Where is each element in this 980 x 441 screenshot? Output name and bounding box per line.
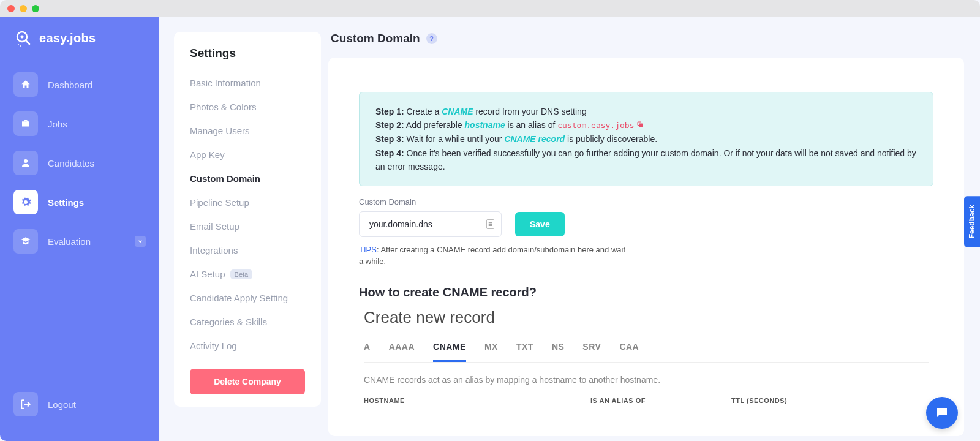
settings-item-label: Email Setup bbox=[190, 221, 239, 232]
settings-item-label: Photos & Colors bbox=[190, 102, 256, 112]
dns-tab-aaaa[interactable]: AAAA bbox=[389, 342, 415, 362]
settings-item-label: Pipeline Setup bbox=[190, 197, 249, 208]
svg-point-3 bbox=[18, 44, 19, 45]
settings-nav-card: Settings Basic InformationPhotos & Color… bbox=[174, 32, 321, 407]
howto-title: How to create CNAME record? bbox=[359, 285, 933, 300]
dns-description: CNAME records act as an alias by mapping… bbox=[364, 375, 929, 385]
window-maximize-icon[interactable] bbox=[32, 5, 39, 12]
save-button[interactable]: Save bbox=[515, 212, 565, 236]
sidebar-item-candidates[interactable]: Candidates bbox=[13, 143, 146, 183]
settings-item-basic-information[interactable]: Basic Information bbox=[174, 71, 321, 95]
settings-item-manage-users[interactable]: Manage Users bbox=[174, 119, 321, 143]
main-content-card: Step 1: Create a CNAME record from your … bbox=[328, 58, 964, 436]
dns-tab-srv[interactable]: SRV bbox=[582, 342, 601, 362]
settings-item-email-setup[interactable]: Email Setup bbox=[174, 214, 321, 238]
custom-domain-input[interactable] bbox=[359, 211, 502, 237]
home-icon bbox=[13, 72, 38, 97]
settings-item-label: Integrations bbox=[190, 245, 238, 255]
beta-badge: Beta bbox=[230, 270, 253, 279]
sidebar-item-label: Logout bbox=[48, 399, 76, 410]
input-autofill-icon[interactable]: ≡ bbox=[486, 219, 494, 229]
sidebar-item-label: Candidates bbox=[48, 158, 94, 168]
svg-line-2 bbox=[26, 40, 29, 44]
settings-item-candidate-apply-setting[interactable]: Candidate Apply Setting bbox=[174, 286, 321, 310]
dns-column-header: IS AN ALIAS OF bbox=[590, 397, 664, 404]
gear-icon bbox=[13, 190, 38, 214]
chat-fab-button[interactable] bbox=[926, 397, 958, 429]
chevron-down-icon bbox=[135, 236, 146, 247]
custom-domain-label: Custom Domain bbox=[359, 197, 933, 206]
sidebar-item-logout[interactable]: Logout bbox=[13, 392, 146, 417]
sidebar-item-label: Settings bbox=[48, 197, 84, 208]
settings-item-custom-domain[interactable]: Custom Domain bbox=[174, 167, 321, 190]
settings-item-label: Manage Users bbox=[190, 126, 250, 136]
dns-panel-title: Create new record bbox=[364, 308, 929, 327]
dns-tab-txt[interactable]: TXT bbox=[516, 342, 533, 362]
settings-item-label: Custom Domain bbox=[190, 173, 260, 184]
tips-text: TIPS: After creating a CNAME record add … bbox=[359, 244, 628, 266]
settings-item-label: Activity Log bbox=[190, 341, 237, 351]
settings-item-integrations[interactable]: Integrations bbox=[174, 238, 321, 262]
settings-item-app-key[interactable]: App Key bbox=[174, 143, 321, 167]
dns-tab-a[interactable]: A bbox=[364, 342, 371, 362]
settings-item-photos-colors[interactable]: Photos & Colors bbox=[174, 95, 321, 119]
briefcase-icon bbox=[13, 111, 38, 136]
sidebar-item-dashboard[interactable]: Dashboard bbox=[13, 65, 146, 104]
dns-tab-ns[interactable]: NS bbox=[552, 342, 564, 362]
settings-item-label: AI Setup bbox=[190, 269, 225, 279]
sidebar-item-label: Evaluation bbox=[48, 236, 91, 247]
logo-icon bbox=[13, 28, 33, 48]
logo-text: easy.jobs bbox=[39, 31, 96, 45]
user-icon bbox=[13, 151, 38, 175]
svg-point-1 bbox=[21, 36, 24, 39]
logout-icon bbox=[13, 392, 38, 417]
window-minimize-icon[interactable] bbox=[20, 5, 27, 12]
sidebar-item-label: Dashboard bbox=[48, 80, 92, 90]
dns-tab-mx[interactable]: MX bbox=[484, 342, 498, 362]
settings-item-label: Basic Information bbox=[190, 78, 261, 88]
dns-tab-caa[interactable]: CAA bbox=[619, 342, 639, 362]
copy-icon[interactable] bbox=[636, 118, 644, 132]
settings-item-label: Candidate Apply Setting bbox=[190, 293, 288, 303]
delete-company-button[interactable]: Delete Company bbox=[190, 369, 305, 394]
window-close-icon[interactable] bbox=[7, 5, 15, 12]
settings-item-label: Categories & Skills bbox=[190, 317, 267, 327]
page-title: Custom Domain bbox=[331, 32, 420, 45]
settings-item-ai-setup[interactable]: AI SetupBeta bbox=[174, 262, 321, 286]
window-titlebar bbox=[0, 0, 980, 17]
settings-item-label: App Key bbox=[190, 149, 225, 160]
main-sidebar: easy.jobs Dashboard Jobs Candidates Set bbox=[0, 17, 159, 441]
dns-tab-cname[interactable]: CNAME bbox=[433, 342, 466, 362]
svg-point-5 bbox=[24, 159, 28, 163]
sidebar-item-label: Jobs bbox=[48, 119, 67, 129]
settings-item-activity-log[interactable]: Activity Log bbox=[174, 334, 321, 358]
dns-column-header: TTL (SECONDS) bbox=[731, 397, 787, 404]
instruction-box: Step 1: Create a CNAME record from your … bbox=[359, 92, 933, 186]
sidebar-item-evaluation[interactable]: Evaluation bbox=[13, 222, 146, 261]
chat-icon bbox=[935, 405, 949, 420]
sidebar-item-settings[interactable]: Settings bbox=[13, 183, 146, 222]
dns-column-header: HOSTNAME bbox=[364, 397, 523, 404]
help-icon[interactable]: ? bbox=[426, 33, 437, 44]
settings-item-categories-skills[interactable]: Categories & Skills bbox=[174, 310, 321, 334]
settings-nav-title: Settings bbox=[174, 32, 321, 71]
svg-point-4 bbox=[20, 45, 21, 47]
sidebar-item-jobs[interactable]: Jobs bbox=[13, 104, 146, 143]
settings-item-pipeline-setup[interactable]: Pipeline Setup bbox=[174, 190, 321, 214]
app-logo[interactable]: easy.jobs bbox=[0, 28, 159, 65]
feedback-tab[interactable]: Feedback bbox=[964, 196, 980, 247]
grad-cap-icon bbox=[13, 229, 38, 254]
dns-example-panel: Create new record AAAAACNAMEMXTXTNSSRVCA… bbox=[359, 304, 933, 404]
